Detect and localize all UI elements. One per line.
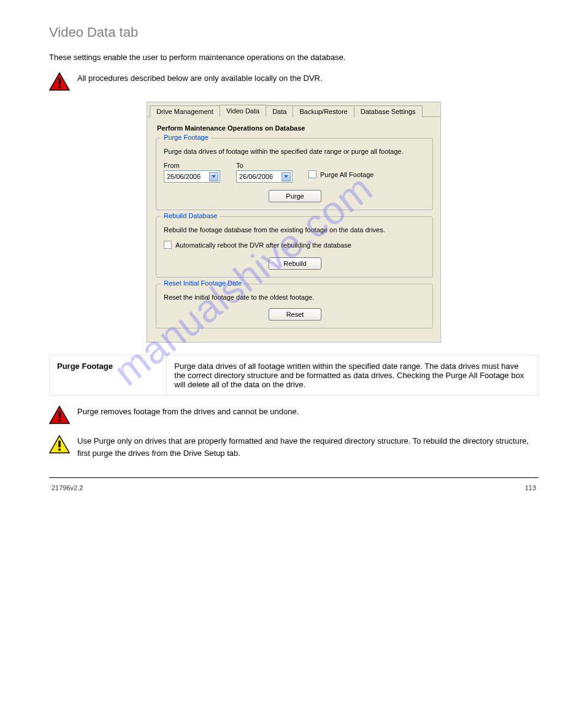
to-date-value: 26/06/2006	[239, 173, 273, 180]
from-date-picker[interactable]: 26/06/2006	[164, 170, 220, 183]
svg-marker-4	[284, 175, 288, 178]
table-row: Purge Footage Purge data drives of all f…	[50, 355, 538, 396]
section-title: Video Data tab	[49, 25, 538, 40]
caution-1-text: Use Purge only on drives that are proper…	[77, 435, 538, 459]
checkbox-icon	[308, 170, 316, 178]
purge-all-checkbox[interactable]: Purge All Footage	[308, 170, 373, 178]
auto-reboot-checkbox[interactable]: Automatically reboot the DVR after rebui…	[164, 241, 426, 249]
svg-rect-10	[58, 449, 60, 450]
purge-desc: Purge data drives of footage within the …	[164, 147, 426, 156]
svg-rect-7	[58, 419, 60, 421]
warning-row-1: All procedures described below are only …	[49, 72, 538, 91]
from-date-value: 26/06/2006	[167, 173, 201, 180]
to-date-picker[interactable]: 26/06/2006	[236, 170, 293, 183]
definition-table: Purge Footage Purge data drives of all f…	[49, 355, 538, 396]
warning-row-2: Purge removes footage from the drives an…	[49, 406, 538, 424]
tab-database-settings[interactable]: Database Settings	[354, 105, 423, 117]
purge-button[interactable]: Purge	[269, 190, 321, 202]
tab-data[interactable]: Data	[266, 105, 293, 117]
svg-rect-2	[58, 86, 60, 88]
reset-desc: Reset the initial footage date to the ol…	[164, 293, 426, 302]
warning-2-text: Purge removes footage from the drives an…	[77, 406, 538, 418]
purge-all-label: Purge All Footage	[320, 171, 373, 178]
warning-red-icon	[49, 406, 70, 424]
rebuild-button[interactable]: Rebuild	[269, 257, 321, 270]
group-reset-date: Reset Initial Footage Date Reset the ini…	[156, 284, 433, 328]
rebuild-desc: Rebuild the footage database from the ex…	[164, 226, 426, 235]
footer-rule	[49, 477, 538, 478]
reset-button[interactable]: Reset	[269, 308, 321, 320]
auto-reboot-label: Automatically reboot the DVR after rebui…	[175, 241, 351, 249]
panel-heading: Perform Maintenance Operations on Databa…	[157, 124, 433, 132]
reset-legend: Reset Initial Footage Date	[161, 279, 244, 287]
warning-yellow-icon	[49, 435, 70, 453]
intro-text: These settings enable the user to perfor…	[49, 51, 538, 64]
tab-bar: Drive Management Video Data Data Backup/…	[147, 102, 440, 117]
from-label: From	[164, 162, 220, 169]
warning-1-text: All procedures described below are only …	[77, 72, 538, 85]
caution-row-1: Use Purge only on drives that are proper…	[49, 435, 538, 459]
tab-video-data[interactable]: Video Data	[220, 105, 266, 117]
checkbox-icon	[164, 241, 172, 249]
def-term: Purge Footage	[50, 355, 167, 396]
video-data-screenshot: Drive Management Video Data Data Backup/…	[147, 102, 441, 343]
svg-rect-9	[58, 441, 60, 447]
def-body: Purge data drives of all footage written…	[167, 355, 538, 396]
page-footer: 21796v2.2 113	[49, 484, 538, 510]
warning-red-icon	[49, 72, 70, 91]
group-purge-footage: Purge Footage Purge data drives of foota…	[156, 138, 433, 211]
svg-rect-6	[58, 411, 60, 418]
svg-marker-3	[212, 175, 216, 178]
footer-right: 113	[525, 484, 536, 491]
tab-drive-management[interactable]: Drive Management	[150, 105, 220, 117]
chevron-down-icon[interactable]	[282, 172, 291, 181]
purge-legend: Purge Footage	[161, 134, 211, 141]
svg-rect-1	[58, 78, 60, 85]
group-rebuild-database: Rebuild Database Rebuild the footage dat…	[156, 216, 433, 278]
rebuild-legend: Rebuild Database	[161, 212, 220, 219]
tab-backup-restore[interactable]: Backup/Restore	[293, 105, 354, 117]
footer-left: 21796v2.2	[52, 484, 83, 491]
chevron-down-icon[interactable]	[209, 172, 218, 181]
to-label: To	[236, 162, 293, 169]
